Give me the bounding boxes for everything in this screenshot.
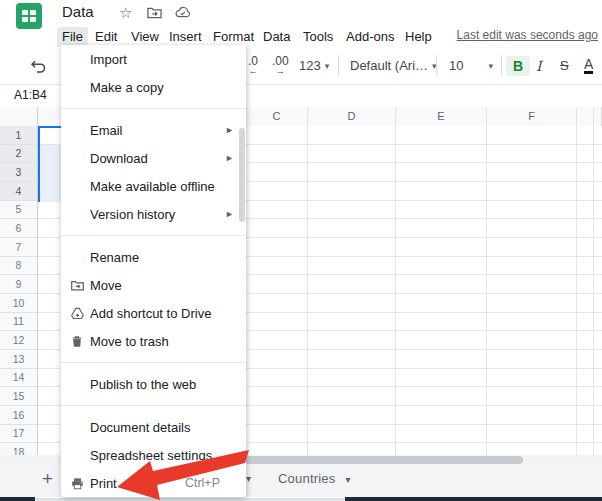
row-header[interactable]: 4 [0, 182, 37, 201]
menu-divider [61, 362, 246, 363]
row-header[interactable]: 10 [0, 294, 37, 313]
chevron-down-icon: ▾ [325, 61, 330, 71]
menu-item-make-available-offline[interactable]: Make available offline [61, 172, 246, 200]
menu-item-move[interactable]: Move [61, 271, 246, 299]
row-header[interactable]: 8 [0, 257, 37, 276]
menu-item-document-details[interactable]: Document details [61, 413, 246, 441]
menu-divider [61, 235, 246, 236]
menu-item-rename[interactable]: Rename [61, 243, 246, 271]
menu-file[interactable]: File [57, 27, 88, 47]
shortcut-label: Ctrl+P [185, 476, 220, 490]
bold-label: B [506, 56, 530, 76]
cloud-check-icon[interactable] [174, 4, 192, 20]
number-format-button[interactable]: 123▾ [299, 47, 329, 84]
menu-scrollbar-thumb[interactable] [239, 128, 245, 222]
menu-add-ons[interactable]: Add-ons [341, 27, 399, 47]
italic-button[interactable]: I [536, 47, 542, 84]
menu-item-make-a-copy[interactable]: Make a copy [61, 73, 246, 101]
menu-item-download[interactable]: Download► [61, 144, 246, 172]
row-header[interactable]: 14 [0, 369, 37, 388]
submenu-arrow-icon: ► [225, 153, 234, 163]
bold-button[interactable]: B [506, 47, 530, 84]
select-all-corner[interactable] [0, 107, 38, 126]
menu-item-import[interactable]: Import [61, 45, 246, 73]
gridline [593, 107, 594, 455]
folder-move-icon [67, 278, 87, 293]
chevron-down-icon: ▾ [345, 474, 350, 485]
menubar: File Edit View Insert Format Data Tools … [0, 27, 602, 47]
row-header[interactable]: 7 [0, 238, 37, 257]
chevron-down-icon: ▾ [488, 61, 493, 71]
add-sheet-button[interactable]: + [42, 468, 53, 490]
hidden-tab-caret-icon[interactable]: ▾ [246, 473, 251, 484]
menu-edit[interactable]: Edit [90, 27, 122, 47]
star-icon[interactable]: ☆ [119, 4, 132, 22]
increase-decimal-button[interactable]: .00→ [272, 47, 289, 84]
row-header[interactable]: 9 [0, 275, 37, 294]
number-format-label: 123 [299, 58, 321, 73]
name-box[interactable]: A1:B4 [14, 88, 47, 102]
menu-view[interactable]: View [126, 27, 164, 47]
gridline [576, 107, 577, 455]
titlebar: Data ☆ [0, 0, 602, 27]
printer-icon [67, 476, 87, 491]
menu-item-add-shortcut-to-drive[interactable]: Add shortcut to Drive [61, 299, 246, 327]
gridline [395, 107, 396, 455]
right-arrow-icon: → [276, 66, 285, 76]
row-header[interactable]: 3 [0, 163, 37, 182]
move-folder-icon[interactable] [146, 4, 163, 21]
strikethrough-button[interactable]: S [560, 47, 569, 84]
column-header-e[interactable]: E [396, 107, 487, 126]
font-size-value: 10 [449, 58, 463, 73]
row-header[interactable]: 2 [0, 145, 37, 164]
font-size-select[interactable]: 10▾ [449, 47, 493, 84]
sheet-tab-countries[interactable]: Countries▾ [278, 471, 351, 486]
column-header-d[interactable]: D [308, 107, 396, 126]
strikethrough-label: S [560, 58, 569, 73]
row-header[interactable]: 17 [0, 425, 37, 444]
sheet-tab-label: Countries [278, 471, 335, 486]
row-header[interactable]: 18 [0, 443, 37, 455]
menu-tools[interactable]: Tools [298, 27, 338, 47]
toolbar-divider [436, 55, 437, 76]
row-header[interactable]: 5 [0, 201, 37, 220]
menu-data[interactable]: Data [258, 27, 295, 47]
menu-item-spreadsheet-settings[interactable]: Spreadsheet settings [61, 441, 246, 469]
menu-help[interactable]: Help [400, 27, 437, 47]
row-header[interactable]: 15 [0, 387, 37, 406]
google-sheets-app: Data ☆ File Edit View Insert Format Data… [0, 0, 602, 501]
window-edge [0, 497, 35, 501]
increase-decimal-label: .00 [272, 56, 289, 66]
decrease-decimal-button[interactable]: .0← [248, 47, 258, 84]
row-gutter: 123456789101112131415161718 [0, 126, 38, 455]
column-header-f[interactable]: F [487, 107, 577, 126]
gridline [486, 107, 487, 455]
sheets-logo-icon[interactable] [16, 3, 42, 29]
menu-format[interactable]: Format [208, 27, 259, 47]
menu-item-move-to-trash[interactable]: Move to trash [61, 327, 246, 355]
row-header[interactable]: 11 [0, 313, 37, 332]
menu-item-print[interactable]: Print Ctrl+P [61, 469, 246, 497]
row-header[interactable]: 12 [0, 331, 37, 350]
gridline [307, 107, 308, 455]
window-edge [345, 497, 602, 501]
column-header-c[interactable]: C [246, 107, 308, 126]
submenu-arrow-icon: ► [225, 125, 234, 135]
menu-insert[interactable]: Insert [164, 27, 207, 47]
row-header[interactable]: 6 [0, 219, 37, 238]
undo-button[interactable] [30, 47, 48, 84]
text-color-label: A [584, 57, 593, 74]
menu-item-version-history[interactable]: Version history► [61, 200, 246, 228]
column-header-partial[interactable] [577, 107, 602, 126]
font-family-select[interactable]: Default (Ari…▾ [350, 47, 437, 84]
row-header[interactable]: 1 [0, 126, 37, 145]
text-color-button[interactable]: A [584, 47, 593, 84]
document-title[interactable]: Data [62, 3, 94, 20]
left-arrow-icon: ← [249, 66, 258, 76]
last-edit-link[interactable]: Last edit was seconds ago [457, 28, 598, 42]
row-header[interactable]: 16 [0, 406, 37, 425]
menu-item-email[interactable]: Email► [61, 116, 246, 144]
row-header[interactable]: 13 [0, 350, 37, 369]
drive-add-icon [67, 306, 87, 321]
menu-item-publish-to-the-web[interactable]: Publish to the web [61, 370, 246, 398]
